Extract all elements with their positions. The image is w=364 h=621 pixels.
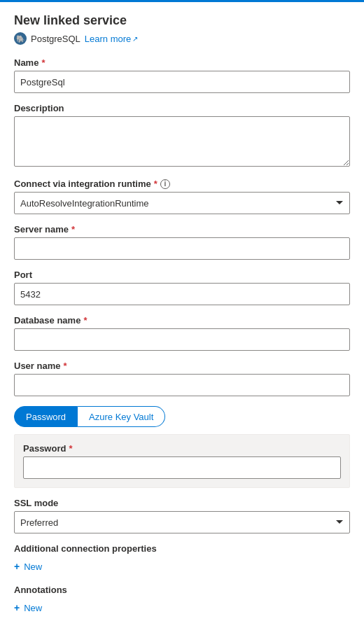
username-field-group: User name * — [14, 361, 350, 396]
server-label: Server name * — [14, 224, 350, 235]
additional-props-section: Additional connection properties + New — [14, 543, 350, 575]
server-required: * — [71, 224, 75, 235]
additional-props-label: Additional connection properties — [14, 543, 350, 554]
auth-toggle-group: Password Azure Key Vault — [14, 406, 350, 427]
password-required: * — [69, 443, 72, 454]
database-label: Database name * — [14, 315, 350, 326]
database-field-group: Database name * — [14, 315, 350, 351]
description-input[interactable] — [14, 116, 350, 167]
annotations-label: Annotations — [14, 585, 350, 595]
port-input[interactable] — [14, 283, 350, 305]
form-content: New linked service 🐘 PostgreSQL Learn mo… — [0, 2, 364, 621]
name-label: Name * — [14, 57, 350, 68]
subtitle-text: PostgreSQL — [31, 34, 80, 44]
password-field-group: Password * — [23, 443, 341, 479]
password-label: Password * — [23, 443, 341, 454]
annotations-plus-icon: + — [14, 602, 20, 613]
server-input[interactable] — [14, 237, 350, 260]
name-field-group: Name * — [14, 57, 350, 93]
name-required: * — [41, 57, 45, 68]
password-input[interactable] — [23, 456, 341, 479]
postgres-icon: 🐘 — [14, 32, 27, 45]
additional-props-add-new[interactable]: + New — [14, 558, 350, 575]
runtime-field-group: Connect via integration runtime * i Auto… — [14, 179, 350, 214]
username-input[interactable] — [14, 374, 350, 396]
learn-more-link[interactable]: Learn more ↗ — [85, 34, 138, 44]
page-title: New linked service — [14, 13, 350, 28]
runtime-select-wrapper: AutoResolveIntegrationRuntime — [14, 192, 350, 214]
ssl-label: SSL mode — [14, 498, 350, 508]
database-required: * — [83, 315, 87, 326]
password-toggle-btn[interactable]: Password — [14, 406, 78, 427]
external-link-icon: ↗ — [132, 35, 138, 43]
ssl-select-wrapper: Preferred Require Verify-CA Verify-Full … — [14, 511, 350, 533]
port-label: Port — [14, 270, 350, 280]
username-label: User name * — [14, 361, 350, 371]
username-required: * — [63, 361, 66, 371]
annotations-section: Annotations + New — [14, 585, 350, 616]
runtime-label: Connect via integration runtime * i — [14, 179, 350, 189]
runtime-required: * — [154, 179, 158, 189]
azure-key-vault-toggle-btn[interactable]: Azure Key Vault — [78, 406, 165, 427]
ssl-select[interactable]: Preferred Require Verify-CA Verify-Full … — [14, 511, 350, 533]
server-field-group: Server name * — [14, 224, 350, 260]
password-section: Password * — [14, 434, 350, 488]
description-label: Description — [14, 103, 350, 113]
ssl-field-group: SSL mode Preferred Require Verify-CA Ver… — [14, 498, 350, 533]
subtitle-row: 🐘 PostgreSQL Learn more ↗ — [14, 32, 350, 45]
name-input[interactable] — [14, 71, 350, 93]
runtime-info-icon[interactable]: i — [160, 179, 170, 189]
additional-plus-icon: + — [14, 561, 20, 572]
runtime-select[interactable]: AutoResolveIntegrationRuntime — [14, 192, 350, 214]
description-field-group: Description — [14, 103, 350, 169]
annotations-add-new[interactable]: + New — [14, 599, 350, 616]
database-input[interactable] — [14, 328, 350, 351]
port-field-group: Port — [14, 270, 350, 305]
